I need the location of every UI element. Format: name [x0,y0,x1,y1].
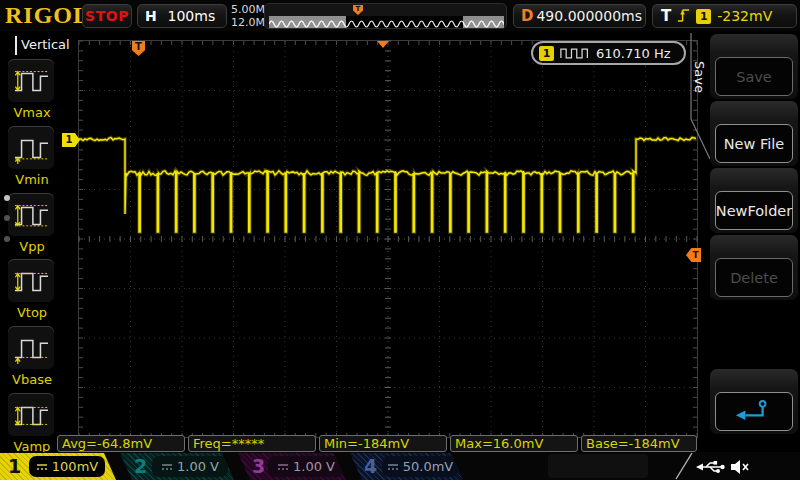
status-separator [670,452,696,480]
frequency-counter: 1 610.710 Hz [531,41,686,65]
channel3-scale-box: 1.00 V [268,456,344,477]
trigger-delay-triangle-icon[interactable] [377,41,389,48]
square-wave-icon [560,48,590,59]
trigger-box[interactable]: T 1 -232mV [652,4,797,28]
trigger-label: T [661,7,671,25]
top-status-bar: RIGOL STOP H 100ms 5.00MSa/s 12.0M pts T… [0,0,800,31]
measure-item-vmax[interactable]: Vmax [8,59,56,120]
vpp-waveform-icon [12,198,50,232]
save-button: Save [715,57,793,96]
measure-item-vmin[interactable]: Vmin [8,126,56,187]
channel1-scale: 100mV [52,459,98,474]
channel4-number: 4 [364,455,377,477]
delete-button: Delete [715,258,793,297]
channel1-status[interactable]: 1 100mV [0,453,116,480]
dc-coupling-icon [161,463,173,471]
channel3-status[interactable]: 3 1.00 V [238,453,346,480]
vtop-waveform-icon [12,264,50,298]
channel2-scale-box: 1.00 V [152,456,228,477]
new-file-button: New File [715,124,793,163]
measure-menu: Vertical Vmax Vmin Vpp [0,31,64,451]
delay-label: D [521,7,533,25]
channel2-scale: 1.00 V [177,459,219,474]
measure-menu-title: Vertical [21,37,70,52]
page-dot [4,215,10,221]
horizontal-timebase-box[interactable]: H 100ms [137,4,227,28]
return-arrow-icon [733,399,775,424]
measurement-min[interactable]: Min=-184mV [319,435,447,452]
delay-box[interactable]: D 490.000000ms [513,4,646,28]
frequency-value: 610.710 Hz [596,46,671,61]
display-window-region[interactable] [346,16,463,28]
channel4-status[interactable]: 4 50.0mV [350,453,463,480]
save-menu: Save Save New File NewFolder Delete [684,31,800,451]
horizontal-label: H [145,8,157,24]
status-message-area [548,454,648,478]
channel1-number: 1 [8,455,21,477]
softkey-new-folder[interactable]: NewFolder [710,168,798,233]
usb-icon [696,459,726,475]
channel3-scale: 1.00 V [293,459,335,474]
freq-counter-channel-badge: 1 [539,46,554,61]
softkey-save[interactable]: Save [710,34,798,99]
menu-tab-save: Save [692,61,707,93]
return-button [715,392,793,431]
menu-title-divider [15,36,17,55]
rising-edge-icon [677,8,690,24]
page-dot [4,236,10,242]
measurement-base[interactable]: Base=-184mV [581,435,697,452]
preview-trigger-marker[interactable]: T [353,5,363,15]
speaker-muted-icon [730,459,750,475]
channel2-number: 2 [134,455,147,477]
timebase-preview-bar[interactable]: T [264,3,507,29]
softkey-delete[interactable]: Delete [710,235,798,300]
page-dot-active [4,195,10,201]
vmax-waveform-icon [12,64,50,98]
softkey-new-file[interactable]: New File [710,101,798,166]
channel1-scale-box: 100mV [29,456,105,477]
channel-status-bar: 1 100mV 2 1.00 V 3 1.0 [0,452,800,480]
dc-coupling-icon [277,463,289,471]
trigger-source-badge: 1 [696,9,711,24]
new-folder-button: NewFolder [715,191,793,230]
measurement-max[interactable]: Max=16.0mV [450,435,578,452]
measurement-avg[interactable]: Avg=-64.8mV [57,435,185,452]
record-strip [269,16,504,28]
trigger-level-value: -232mV [717,8,772,24]
softkey-return[interactable] [710,369,798,434]
measure-item-vpp[interactable]: Vpp [8,193,56,254]
measure-item-vbase[interactable]: Vbase [8,326,56,387]
measure-item-vtop[interactable]: Vtop [8,259,56,320]
vamp-waveform-icon [12,398,50,432]
channel4-scale: 50.0mV [403,459,454,474]
measure-item-vamp[interactable]: Vamp [8,393,56,454]
channel2-status[interactable]: 2 1.00 V [120,453,234,480]
waveform-display-area [78,40,698,438]
channel4-scale-box: 50.0mV [382,456,458,477]
timebase-value: 100ms [157,8,226,24]
oscilloscope-screen: RIGOL STOP H 100ms 5.00MSa/s 12.0M pts T… [0,0,800,480]
delay-value: 490.000000ms [533,8,645,24]
channel3-number: 3 [252,455,265,477]
dc-coupling-icon [36,463,48,471]
dc-coupling-icon [387,463,399,471]
rigol-logo: RIGOL [5,2,90,29]
graticule-grid [79,41,697,437]
run-state-button[interactable]: STOP [82,4,132,28]
vmin-waveform-icon [12,131,50,165]
vbase-waveform-icon [12,331,50,365]
measurement-freq[interactable]: Freq=***** [188,435,316,452]
